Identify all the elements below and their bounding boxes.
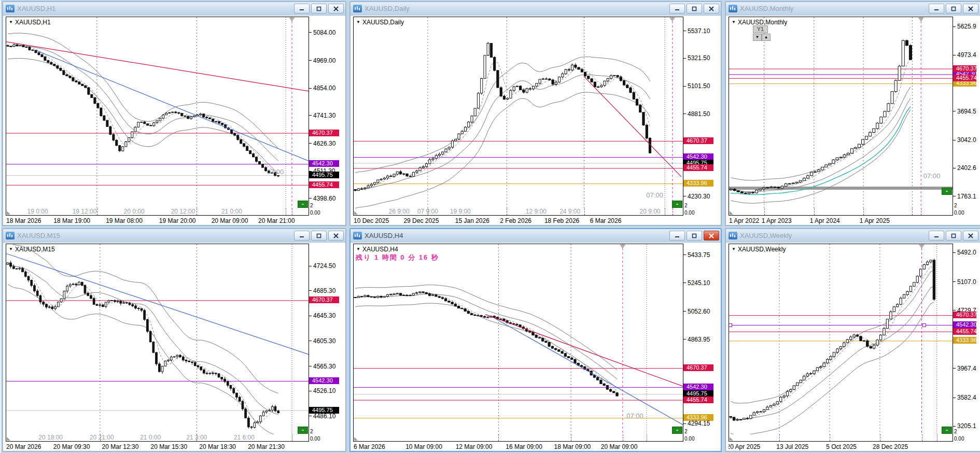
subwindow-scale-top: 2 [954, 203, 957, 208]
panel-minimize-button[interactable]: - [672, 427, 682, 434]
scroll-corner-icon [354, 211, 358, 215]
minimize-button[interactable] [669, 4, 685, 13]
time-axis[interactable]: 20 Mar 202620 Mar 09:3020 Mar 12:3020 Ma… [6, 442, 344, 451]
alert-time-line [922, 434, 922, 441]
chart-plot[interactable]: ▼ XAUUSD,Monthly 07:00Y1▼▲- [729, 17, 953, 209]
close-button[interactable] [328, 4, 344, 13]
inner-time-label: 07 9:00 [417, 208, 438, 215]
close-button[interactable] [963, 4, 978, 13]
chart-symbol-label[interactable]: ▼ XAUUSD,M15 [9, 246, 55, 253]
chart-plot[interactable]: ▼ XAUUSD,M15 - [6, 244, 309, 435]
chart-plot[interactable]: ▼ XAUUSD,Weekly - [729, 244, 953, 435]
chart-client: ▼ XAUUSD,Weekly - 5492.005107.004729.703… [726, 243, 980, 451]
chart-icon [729, 232, 737, 239]
gridline [912, 208, 913, 215]
date-label: 15 Jan 2026 [455, 217, 489, 224]
price-tick: 3042.05 [953, 136, 976, 144]
chart-symbol-label[interactable]: ▼ XAUUSD,H4 [356, 246, 398, 253]
price-tick-label: 4626.30 [313, 140, 335, 147]
date-label: 20 Mar 2026 [6, 443, 41, 450]
arrow-down-button[interactable]: ▼ [753, 34, 762, 41]
chart-symbol-label[interactable]: ▼ XAUUSD,Monthly [732, 19, 787, 26]
close-button[interactable] [328, 231, 344, 240]
price-badge: 4455.74 [683, 397, 713, 403]
price-scale[interactable]: 5433.755245.105052.604863.954294.154670.… [683, 244, 717, 435]
gridline [880, 434, 880, 441]
restore-button[interactable] [311, 231, 327, 240]
window-titlebar[interactable]: XAUUSD,Monthly [726, 2, 980, 16]
chart-symbol-label[interactable]: ▼ XAUUSD,Weekly [732, 246, 786, 253]
window-titlebar[interactable]: XAUUSD,H4 [351, 229, 721, 243]
chart-symbol-label[interactable]: ▼ XAUUSD,H1 [9, 19, 51, 26]
chart-symbol-text: XAUUSD,H1 [15, 19, 51, 26]
chart-symbol-label[interactable]: ▼ XAUUSD,Daily [356, 19, 404, 26]
restore-button[interactable] [946, 231, 961, 240]
panel-minimize-button[interactable]: - [942, 188, 952, 195]
minimize-button[interactable] [669, 231, 685, 240]
time-axis[interactable]: 20 Apr 202513 Jul 20255 Oct 202528 Dec 2… [729, 442, 979, 451]
price-tick: 4486.10 [309, 413, 335, 420]
date-label: 10 Mar 09:00 [405, 443, 442, 450]
gridline [764, 208, 765, 215]
price-tick: 4230.30 [683, 193, 710, 200]
price-tick: 4626.30 [309, 140, 335, 147]
subwindow-scale-top: 2 [310, 203, 313, 208]
panel-minimize-button[interactable]: - [298, 201, 308, 208]
close-button[interactable] [704, 4, 719, 13]
price-scale[interactable]: 5537.105321.505101.504881.504230.304670.… [683, 17, 717, 209]
price-tick: 4863.95 [683, 336, 710, 343]
window-title: XAUUSD,Weekly [740, 232, 926, 239]
restore-button[interactable] [311, 4, 327, 13]
arrow-up-button[interactable]: ▲ [762, 34, 771, 41]
tick-mark-icon [953, 368, 956, 369]
minimize-button[interactable] [929, 4, 944, 13]
time-axis[interactable]: 10 Dec 202529 Dec 202515 Jan 20262 Feb 2… [353, 216, 720, 225]
chart-symbol-text: XAUUSD,Daily [362, 19, 404, 26]
close-button[interactable] [963, 231, 978, 240]
tick-mark-icon [953, 426, 956, 427]
chart-client: ▼ XAUUSD,M15 - 4724.504685.304645.304605… [3, 243, 345, 451]
window-titlebar[interactable]: XAUUSD,Daily [351, 2, 721, 16]
time-axis[interactable]: 6 Mar 202610 Mar 09:0012 Mar 09:0016 Mar… [353, 442, 720, 451]
window-titlebar[interactable]: XAUUSD,H1 [3, 2, 345, 16]
indicator-widget: Y1▼▲ [753, 25, 771, 41]
price-tick-label: 3205.10 [957, 422, 976, 430]
restore-button[interactable] [687, 4, 702, 13]
chart-plot[interactable]: ▼ XAUUSD,H1 07:00- [6, 17, 309, 209]
minimize-button[interactable] [929, 231, 944, 240]
chart-window: XAUUSD,Weekly ▼ XAUUSD,Weekly - [725, 228, 980, 452]
tick-mark-icon [309, 341, 312, 341]
gridline [779, 434, 780, 441]
candlestick-canvas [6, 17, 309, 208]
panel-minimize-button[interactable]: - [298, 427, 308, 434]
minimize-button[interactable] [294, 231, 310, 240]
time-axis[interactable]: 1 Apr 20221 Apr 20231 Apr 20241 Apr 2025 [729, 216, 979, 225]
date-label: 20 Mar 09:00 [601, 443, 638, 450]
price-scale[interactable]: 5084.004969.004854.004741.304626.304511.… [309, 17, 342, 209]
minimize-button[interactable] [294, 4, 310, 13]
price-tick: 4526.10 [309, 387, 335, 394]
price-tick-label: 1763.15 [957, 193, 976, 200]
restore-button[interactable] [687, 231, 702, 240]
price-badge: 4333.96 [953, 337, 976, 344]
price-scale[interactable]: 5625.954973.453694.553042.052402.601763.… [953, 17, 976, 209]
price-scale[interactable]: 4724.504685.304645.304605.304565.304526.… [309, 244, 342, 435]
window-titlebar[interactable]: XAUUSD,Weekly [726, 229, 980, 243]
window-titlebar[interactable]: XAUUSD,M15 [3, 229, 345, 243]
chart-icon [729, 5, 737, 12]
inner-time-label: 20 0:00 [124, 208, 145, 215]
price-scale[interactable]: 5492.005107.004729.703967.403582.403205.… [953, 244, 976, 435]
gridline [507, 208, 507, 215]
tick-mark-icon [953, 111, 956, 111]
price-tick-label: 4645.30 [313, 312, 335, 319]
restore-button[interactable] [946, 4, 961, 13]
time-axis[interactable]: 18 Mar 202618 Mar 19:0019 Mar 08:0019 Ma… [6, 216, 344, 225]
price-tick-label: 4398.60 [313, 195, 335, 202]
chart-plot[interactable]: ▼ XAUUSD,H4 07:00残り 1 時間 0 分 16 秒- [353, 244, 683, 435]
panel-minimize-button[interactable]: - [942, 427, 952, 434]
chart-plot[interactable]: ▼ XAUUSD,Daily 07:00- [353, 17, 683, 209]
panel-minimize-button[interactable]: - [672, 201, 682, 208]
tick-mark-icon [309, 316, 312, 316]
close-button[interactable] [704, 231, 719, 240]
window-title: XAUUSD,Monthly [740, 5, 926, 12]
